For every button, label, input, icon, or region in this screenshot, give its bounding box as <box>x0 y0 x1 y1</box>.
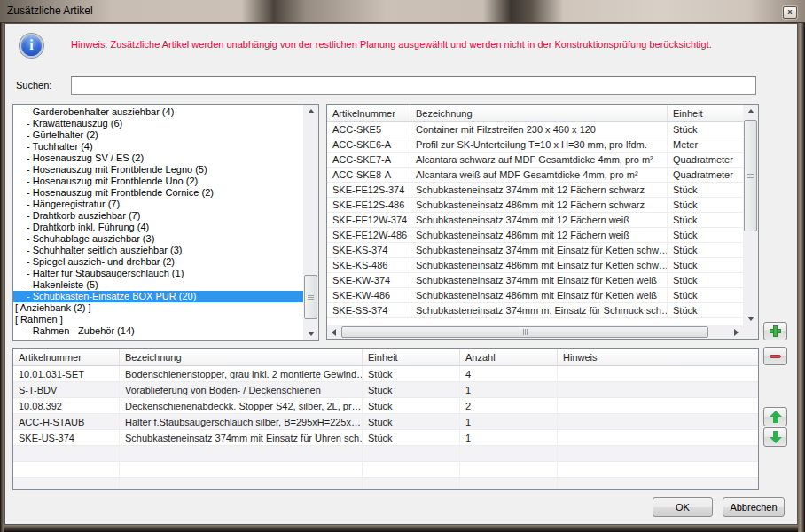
table-cell: Schubkasteneinsatz 486mm mit Einsatz für… <box>410 288 668 303</box>
table-cell: SKE-KS-486 <box>327 258 410 273</box>
column-header[interactable]: Bezeichnung <box>410 105 668 121</box>
tree-item[interactable]: - Drahtkorb inkl. Führung (4) <box>13 222 303 233</box>
table-row[interactable]: SKE-SS-374Schubkasteneinsatz 374mm m. Ei… <box>327 303 743 318</box>
window-frame-bottom <box>4 525 798 532</box>
tree-item[interactable]: - Hosenauszug SV / ES (2) <box>13 153 303 164</box>
column-header[interactable]: Anzahl <box>460 349 558 365</box>
tree-item[interactable]: - Krawattenauszug (6) <box>13 118 303 129</box>
tree-item-selected[interactable]: - Schubkasten-Einsätze BOX PUR (20) <box>13 291 303 302</box>
tree-item[interactable]: - Garderobenhalter ausziehbar (4) <box>13 106 303 118</box>
tree-item[interactable]: - Spiegel auszieh- und drehbar (2) <box>13 256 303 268</box>
scrollbar-thumb[interactable] <box>304 275 317 319</box>
table-row[interactable]: SKE-KS-374Schubkasteneinsatz 374mm mit E… <box>327 243 743 258</box>
scrollbar-thumb[interactable] <box>341 326 708 338</box>
table-cell: SKE-FE12S-374 <box>327 183 410 198</box>
table-cell <box>120 462 363 478</box>
table-cell: 10.01.031-SET <box>13 366 120 382</box>
tree-item[interactable]: - Rahmen - Zubehör (14) <box>13 325 303 337</box>
tree-item[interactable]: - Hosenauszug mit Frontblende Legno (5) <box>13 164 303 176</box>
remove-article-button[interactable] <box>763 347 787 365</box>
scroll-right-arrow[interactable] <box>730 325 743 339</box>
table-cell: Bodenschienenstopper, grau inkl. 2 monti… <box>120 366 363 382</box>
info-icon: i <box>20 34 43 58</box>
table-cell: Alcantara schwarz auf MDF Gesamtdicke 4m… <box>410 153 668 168</box>
table-row[interactable]: ACC-H-STAUBHalter f.Staubsaugerschlauch … <box>13 414 758 430</box>
grip-icon <box>308 295 314 300</box>
table-cell: Quadratmeter <box>668 168 743 183</box>
tree-item[interactable]: - Gürtelhalter (2) <box>13 129 303 141</box>
move-up-button[interactable] <box>763 407 787 426</box>
scroll-left-arrow[interactable] <box>327 325 340 339</box>
title-bar[interactable]: Zusätzliche Artikel x <box>0 0 805 23</box>
table-cell <box>558 446 758 462</box>
table-row[interactable]: SKE-KS-486Schubkasteneinsatz 486mm mit E… <box>327 258 743 273</box>
table-cell <box>558 430 758 446</box>
column-header[interactable]: Artikelnummer <box>13 349 120 365</box>
table-row[interactable]: 10.08.392Deckenschienenabdeckk. Stopper … <box>13 398 758 414</box>
tree-item[interactable]: - Hosenauszug mit Frontblende Uno (2) <box>13 176 303 187</box>
column-header[interactable]: Bezeichnung <box>120 349 363 365</box>
tree-item[interactable]: - Drahtkorb ausziehbar (7) <box>13 210 303 222</box>
column-header[interactable]: Artikelnummer <box>327 105 410 121</box>
move-down-button[interactable] <box>763 427 787 447</box>
table-row[interactable]: SKE-KW-486Schubkasteneinsatz 486mm mit E… <box>327 288 743 303</box>
table-row[interactable]: SKE-US-374Schubkasteneinsatz 374mm mit E… <box>13 430 758 446</box>
table-cell: Profil zur SK-Unterteilung T=10 x H=30 m… <box>410 137 668 153</box>
tree-item[interactable]: - Schuhhalter seitlich ausziehbar (3) <box>13 245 303 256</box>
scroll-up-arrow[interactable] <box>743 105 758 118</box>
table-cell <box>460 462 558 478</box>
arrow-down-icon <box>770 431 782 443</box>
table-row[interactable]: SKE-KW-374Schubkasteneinsatz 374mm mit E… <box>327 273 743 288</box>
cancel-button[interactable]: Abbrechen <box>723 497 785 517</box>
tree-item[interactable]: - Hakenleiste (5) <box>13 279 303 291</box>
table-cell: Meter <box>668 137 743 153</box>
tree-item[interactable]: - Schuhablage ausziehbar (3) <box>13 233 303 245</box>
table-row[interactable]: SKE-FE12W-486Schubkasteneinsatz 486mm mi… <box>327 228 743 243</box>
table-cell: Schubkasteneinsatz 374mm mit 12 Fächern … <box>410 213 668 228</box>
table-row[interactable]: ACC-SKE7-AAlcantara schwarz auf MDF Gesa… <box>327 153 743 168</box>
column-header[interactable]: Einheit <box>668 105 743 121</box>
close-button[interactable]: x <box>783 6 797 19</box>
table-row[interactable]: 10.01.031-SETBodenschienenstopper, grau … <box>13 366 758 382</box>
table-row-empty <box>13 478 758 489</box>
selected-table-body: 10.01.031-SETBodenschienenstopper, grau … <box>13 366 758 489</box>
tree-item[interactable]: [ Rahmen ] <box>13 314 303 325</box>
scroll-down-arrow[interactable] <box>303 327 318 340</box>
table-cell: S-T-BDV <box>13 382 120 398</box>
table-row[interactable]: SKE-FE12S-486Schubkasteneinsatz 486mm mi… <box>327 198 743 213</box>
scroll-up-arrow[interactable] <box>303 105 318 118</box>
table-cell: 4 <box>460 366 558 382</box>
ok-button[interactable]: OK <box>653 497 713 517</box>
catalog-vertical-scrollbar[interactable] <box>743 105 758 325</box>
column-header[interactable]: Hinweis <box>558 349 758 365</box>
tree-item[interactable]: [ Anziehbank (2) ] <box>13 302 303 314</box>
table-cell: Stück <box>668 183 743 198</box>
scrollbar-thumb[interactable] <box>744 120 757 231</box>
catalog-horizontal-scrollbar[interactable] <box>327 325 743 339</box>
table-row[interactable]: ACC-SKE8-AAlcantara weiß auf MDF Gesamtd… <box>327 168 743 183</box>
table-row[interactable]: ACC-SKE6-AProfil zur SK-Unterteilung T=1… <box>327 137 743 153</box>
table-cell <box>13 478 120 489</box>
tree-item[interactable]: - Halter für Staubsaugerschlauch (1) <box>13 268 303 279</box>
tree-scrollbar[interactable] <box>303 105 318 340</box>
tree-item[interactable]: - Hosenauszug mit Frontblende Cornice (2… <box>13 187 303 199</box>
table-cell: SKE-KW-374 <box>327 273 410 288</box>
table-row[interactable]: ACC-SKE5Container mit Filzstreifen 230 x… <box>327 122 743 137</box>
table-row[interactable]: S-T-BDVVorablieferung von Boden- / Decke… <box>13 382 758 398</box>
scroll-down-arrow[interactable] <box>743 312 758 325</box>
table-cell <box>120 478 363 489</box>
table-row[interactable]: SKE-FE12S-374Schubkasteneinsatz 374mm mi… <box>327 183 743 198</box>
table-cell: SKE-FE12W-374 <box>327 213 410 228</box>
tree-item[interactable]: - Hängeregistratur (7) <box>13 199 303 210</box>
selected-articles-panel: ArtikelnummerBezeichnungEinheitAnzahlHin… <box>12 348 759 490</box>
column-header[interactable]: Einheit <box>363 349 460 365</box>
window-frame-right <box>798 23 805 532</box>
table-cell: SKE-FE12W-486 <box>327 228 410 243</box>
table-cell: Deckenschienenabdeckk. Stopper S42, silb… <box>120 398 363 414</box>
tree-item[interactable]: - Tuchhalter (4) <box>13 141 303 153</box>
table-cell: Stück <box>363 366 460 382</box>
search-input[interactable] <box>71 76 756 95</box>
hint-text: Hinweis: Zusätzliche Artikel werden unab… <box>71 39 771 50</box>
add-article-button[interactable] <box>763 322 787 340</box>
table-row[interactable]: SKE-FE12W-374Schubkasteneinsatz 374mm mi… <box>327 213 743 228</box>
